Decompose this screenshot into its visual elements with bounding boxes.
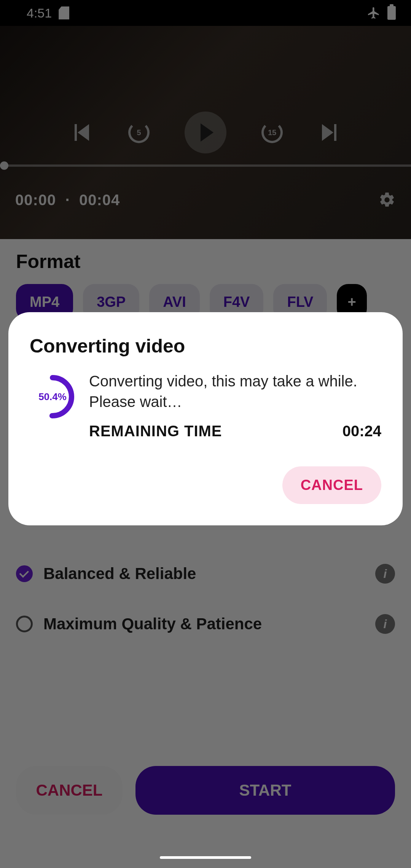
converting-dialog: Converting video 50.4% Converting video,… — [8, 312, 403, 525]
remaining-time-label: REMAINING TIME — [89, 423, 222, 440]
dialog-cancel-button[interactable]: CANCEL — [282, 466, 381, 504]
remaining-time-value: 00:24 — [342, 423, 381, 440]
dialog-text-column: Converting video, this may take a while.… — [89, 371, 381, 440]
nav-handle[interactable] — [160, 856, 251, 859]
dialog-actions: CANCEL — [30, 466, 381, 504]
dialog-title: Converting video — [30, 335, 381, 357]
remaining-time-row: REMAINING TIME 00:24 — [89, 423, 381, 440]
dialog-body: 50.4% Converting video, this may take a … — [30, 371, 381, 440]
progress-spinner: 50.4% — [30, 374, 75, 420]
dialog-message: Converting video, this may take a while.… — [89, 371, 381, 412]
svg-point-1 — [33, 378, 72, 416]
